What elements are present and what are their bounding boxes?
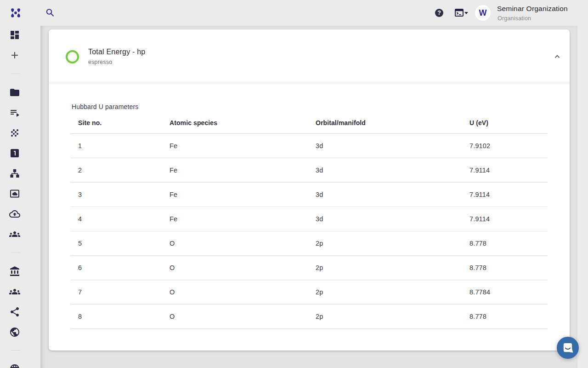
sidebar-item-share[interactable] [9, 306, 20, 317]
col-header-species: Atomic species [162, 112, 308, 133]
chevron-up-icon[interactable] [552, 52, 562, 62]
section-title: Hubbard U parameters [72, 103, 138, 110]
organization-name[interactable]: Seminar Organization [497, 5, 568, 13]
organization-subtitle: Organisation [498, 15, 531, 22]
table-row: 7 O 2p 8.7784 [71, 280, 548, 304]
cell-species: O [162, 304, 308, 328]
col-header-orbital: Orbital/manifold [308, 112, 462, 133]
cell-species: Fe [162, 133, 308, 158]
cell-species: O [162, 255, 308, 280]
sidebar-item-folder[interactable] [9, 87, 20, 98]
status-ring-icon [66, 50, 79, 63]
col-header-u: U (eV) [462, 112, 548, 133]
sidebar-item-looks-one[interactable] [9, 148, 20, 159]
avatar-initial: W [479, 8, 487, 18]
cell-orbital: 3d [308, 158, 462, 182]
sidebar-item-org-chart[interactable] [9, 168, 20, 179]
cell-site: 3 [71, 182, 162, 207]
card-header[interactable]: Total Energy - hp espresso [49, 29, 570, 83]
sidebar-item-people[interactable] [9, 286, 20, 297]
cell-site: 5 [71, 231, 162, 255]
result-card: Total Energy - hp espresso Hubbard U par… [49, 29, 570, 351]
table-row: 4 Fe 3d 7.9114 [71, 207, 548, 231]
organization-avatar[interactable]: W [475, 5, 491, 21]
table-row: 2 Fe 3d 7.9114 [71, 158, 548, 182]
sidebar-item-playlist[interactable] [9, 107, 20, 118]
cell-orbital: 2p [308, 280, 462, 304]
caret-down-icon[interactable] [464, 12, 468, 14]
cell-species: O [162, 231, 308, 255]
cell-site: 8 [71, 304, 162, 328]
cell-u: 8.778 [462, 255, 548, 280]
sidebar-divider [11, 350, 20, 351]
sidebar-item-cloud-upload[interactable] [9, 208, 20, 219]
table-row: 3 Fe 3d 7.9114 [71, 182, 548, 207]
terminal-console-icon[interactable] [455, 9, 464, 17]
cell-u: 7.9114 [462, 158, 548, 182]
cell-u: 8.7784 [462, 280, 548, 304]
chat-launcher-icon[interactable] [557, 337, 579, 359]
cell-orbital: 3d [308, 207, 462, 231]
cell-site: 1 [71, 133, 162, 158]
search-icon[interactable] [44, 7, 55, 18]
sidebar-item-cloud-box[interactable] [9, 188, 20, 199]
sidebar-item-groups[interactable] [9, 229, 20, 240]
sidebar-divider [11, 74, 20, 74]
sidebar-item-add[interactable] [9, 50, 20, 61]
table-row: 5 O 2p 8.778 [71, 231, 548, 255]
cell-species: O [162, 280, 308, 304]
cell-orbital: 3d [308, 133, 462, 158]
sidebar-divider [11, 253, 20, 253]
sidebar-item-bank[interactable] [9, 266, 20, 277]
cell-site: 4 [71, 207, 162, 231]
cell-orbital: 2p [308, 304, 462, 328]
sidebar [0, 26, 40, 368]
cell-u: 7.9114 [462, 182, 548, 207]
cell-species: Fe [162, 158, 308, 182]
cell-species: Fe [162, 207, 308, 231]
cell-orbital: 3d [308, 182, 462, 207]
topbar: ? W Seminar Organization Organisation [0, 0, 588, 26]
cell-site: 7 [71, 280, 162, 304]
table-row: 1 Fe 3d 7.9102 [71, 133, 548, 158]
app-logo-icon[interactable] [9, 6, 22, 19]
sidebar-item-grain[interactable] [9, 127, 20, 138]
sidebar-item-language[interactable] [9, 363, 20, 368]
cell-u: 7.9114 [462, 207, 548, 231]
scroll-gutter [577, 26, 588, 368]
table-row: 8 O 2p 8.778 [71, 304, 548, 328]
cell-u: 8.778 [462, 304, 548, 328]
card-title: Total Energy - hp [88, 48, 145, 56]
cell-site: 2 [71, 158, 162, 182]
content-area: Total Energy - hp espresso Hubbard U par… [40, 26, 577, 368]
table-row: 6 O 2p 8.778 [71, 255, 548, 280]
cell-u: 8.778 [462, 231, 548, 255]
help-icon[interactable]: ? [435, 9, 443, 17]
sidebar-item-dashboard[interactable] [9, 29, 20, 40]
sidebar-item-globe[interactable] [9, 327, 20, 338]
cell-orbital: 2p [308, 231, 462, 255]
card-subtitle: espresso [88, 59, 112, 65]
hubbard-table: Site no. Atomic species Orbital/manifold… [71, 112, 548, 329]
cell-site: 6 [71, 255, 162, 280]
cell-u: 7.9102 [462, 133, 548, 158]
table-header-row: Site no. Atomic species Orbital/manifold… [71, 112, 548, 133]
cell-orbital: 2p [308, 255, 462, 280]
col-header-site: Site no. [71, 112, 162, 133]
cell-species: Fe [162, 182, 308, 207]
